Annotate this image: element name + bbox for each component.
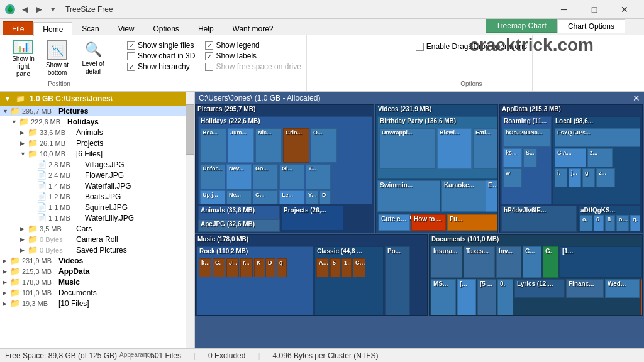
nav-back-button[interactable]: ◀	[19, 3, 31, 16]
treemap-block[interactable]: D	[319, 190, 331, 204]
treemap-block[interactable]: J...	[226, 258, 239, 277]
treemap-block[interactable]: O...	[311, 128, 337, 163]
tree-item[interactable]: ▶📁178,0 MBMusic	[0, 277, 194, 287]
treemap-block[interactable]: z...	[596, 168, 615, 187]
tab-home[interactable]: Home	[33, 22, 72, 36]
tree-item[interactable]: ▼📁295,7 MBPictures	[0, 106, 194, 116]
treemap-block[interactable]: Jum...	[228, 128, 254, 163]
treemap-block[interactable]: k3...	[199, 258, 211, 277]
treemap-block[interactable]: [...	[457, 279, 476, 315]
level-of-detail-button[interactable]: 🔍 Level ofdetail	[75, 38, 111, 79]
treemap-block[interactable]: 5	[330, 258, 340, 277]
treemap-block[interactable]: Unfor...	[200, 164, 225, 189]
treemap-block[interactable]: Holidays (222,6 MB)Bea...Jum...Nic...Gri…	[198, 116, 372, 204]
treemap-block[interactable]: 0.	[497, 279, 513, 315]
tab-treemap-chart[interactable]: Treemap Chart	[486, 19, 557, 33]
nav-forward-button[interactable]: ▶	[33, 3, 45, 16]
cb-free-space[interactable]: Show free space on drive	[205, 62, 301, 72]
treemap-block[interactable]: Y...	[306, 164, 331, 189]
treemap-block[interactable]: r...	[240, 258, 253, 277]
treemap-block[interactable]: Financ...	[566, 279, 604, 298]
treemap-block[interactable]: A...	[316, 258, 329, 277]
tree-scroll-thumb[interactable]	[186, 104, 194, 155]
cb-single-files[interactable]: Show single files	[127, 40, 195, 50]
cb-dragdrop[interactable]: Enable Drag&Drop operations	[416, 41, 527, 52]
tree-item[interactable]: 📄1,2 MBBoats.JPG	[0, 191, 194, 202]
treemap-block[interactable]: Inv...	[496, 246, 521, 278]
tree-item[interactable]: ▶📁3,5 MBCars	[0, 223, 194, 234]
treemap-block[interactable]: S...	[523, 148, 537, 167]
tree-item[interactable]: 📄2,8 MBVillage.JPG	[0, 159, 194, 170]
treemap-block[interactable]	[641, 279, 643, 315]
tab-options[interactable]: Options	[144, 21, 189, 35]
treemap-block[interactable]: Go...	[253, 164, 278, 189]
treemap-block[interactable]: C.	[213, 258, 225, 277]
minimize-button[interactable]: ─	[550, 0, 579, 19]
treemap-block[interactable]: z...	[587, 148, 613, 167]
tree-item[interactable]: ▶📁0 BytesSaved Pictures	[0, 244, 194, 255]
treemap-block[interactable]: q	[277, 258, 287, 277]
treemap-block[interactable]: Pictures (295,7 MB)Holidays (222,6 MB)Be…	[195, 104, 374, 233]
tree-item[interactable]: ▶📁26,1 MBProjects	[0, 138, 194, 148]
treemap-block[interactable]: [1...	[560, 246, 642, 278]
treemap-block[interactable]: Local (98,6...FsYQTJPs...C A...z...i.j..…	[553, 116, 641, 204]
treemap-block[interactable]: ol...	[616, 215, 629, 231]
tree-item[interactable]: 📄1,1 MBWaterLilly.JPG	[0, 212, 194, 223]
show-right-pane-button[interactable]: 📊 Show inright pane	[8, 38, 39, 79]
tree-item[interactable]: ▶📁19,3 MB[10 Files]	[0, 298, 194, 309]
treemap-block[interactable]: Wed...	[605, 279, 640, 298]
cb-labels[interactable]: Show labels	[205, 51, 301, 61]
treemap-block[interactable]: ks...	[503, 148, 522, 167]
treemap-block[interactable]: 6	[594, 215, 604, 231]
treemap-block[interactable]: Lyrics (12,...	[514, 279, 565, 298]
tab-view[interactable]: View	[109, 21, 144, 35]
treemap-block[interactable]: q.	[630, 215, 640, 231]
treemap-block[interactable]: G.	[543, 246, 558, 278]
treemap-block[interactable]: Projects (26,...	[281, 206, 344, 231]
treemap-block[interactable]: [5 ...	[477, 279, 496, 315]
tree-item[interactable]: ▼📁10,0 MB[6 Files]	[0, 148, 194, 159]
treemap-block[interactable]: C A...	[555, 148, 586, 167]
nav-dropdown-button[interactable]: ▾	[47, 3, 59, 16]
treemap-block[interactable]: Music (178,0 MB)Rock (110,2 MB)k3...C.J.…	[195, 234, 428, 316]
tree-item[interactable]: 📄2,4 MBFlower.JPG	[0, 170, 194, 180]
treemap-block[interactable]: Ne...	[226, 190, 252, 204]
treemap-close-button[interactable]: ✕	[633, 93, 640, 103]
tree-item[interactable]: ▼📁222,6 MBHolidays	[0, 116, 194, 127]
cb-legend[interactable]: Show legend	[205, 40, 301, 50]
treemap-block[interactable]: Documents (101,0 MB)Insura...Taxes...Inv…	[429, 234, 643, 316]
treemap-block[interactable]: Y...	[306, 190, 318, 204]
show-bottom-button[interactable]: 📉 Show atbottom	[42, 38, 73, 79]
treemap-block[interactable]: o.	[580, 215, 592, 231]
treemap-canvas[interactable]: Pictures (295,7 MB)Holidays (222,6 MB)Be…	[195, 104, 644, 347]
cb-hierarchy[interactable]: Show hierarchy	[127, 62, 195, 72]
treemap-block[interactable]: MS...	[431, 279, 456, 315]
treemap-block[interactable]: E...	[486, 180, 498, 212]
tree-item[interactable]: 📄1,4 MBWaterfall.JPG	[0, 180, 194, 191]
tree-panel[interactable]: ▼ 📁 1,0 GB C:\Users\Jones\ ▼📁295,7 MBPic…	[0, 92, 195, 348]
tree-scrollbar[interactable]	[186, 92, 194, 348]
tab-file[interactable]: File	[3, 21, 33, 35]
treemap-block[interactable]: Nic...	[255, 128, 282, 163]
treemap-block[interactable]: Gi...	[279, 164, 304, 189]
treemap-block[interactable]: C...	[523, 246, 541, 278]
treemap-block[interactable]: Insura...	[431, 246, 462, 278]
treemap-block[interactable]: Rock (110,2 MB)k3...C.J...r...KDq	[197, 246, 313, 315]
treemap-block[interactable]: FsYQTJPs...	[555, 128, 640, 147]
treemap-block[interactable]: D	[265, 258, 275, 277]
tab-help[interactable]: Help	[189, 21, 223, 35]
treemap-block[interactable]: w	[503, 168, 522, 187]
treemap-block[interactable]: Cute cat...	[379, 214, 410, 231]
treemap-block[interactable]: Fu...	[447, 214, 497, 231]
treemap-block[interactable]: G...	[253, 190, 278, 204]
treemap-block[interactable]: Taxes...	[464, 246, 495, 278]
tree-item[interactable]: ▶📁0 BytesCamera Roll	[0, 234, 194, 244]
treemap-block[interactable]: Up.j...	[200, 190, 225, 204]
treemap-block[interactable]: Unwrappi...	[379, 128, 436, 169]
treemap-block[interactable]: j...	[569, 168, 581, 187]
treemap-block[interactable]: Blowi...	[437, 128, 472, 169]
treemap-block[interactable]: C...	[353, 258, 365, 277]
treemap-block[interactable]: Le...	[279, 190, 304, 204]
tab-want-more[interactable]: Want more?	[223, 21, 283, 35]
treemap-block[interactable]: ApeJPG (32,6 MB)	[198, 219, 280, 232]
